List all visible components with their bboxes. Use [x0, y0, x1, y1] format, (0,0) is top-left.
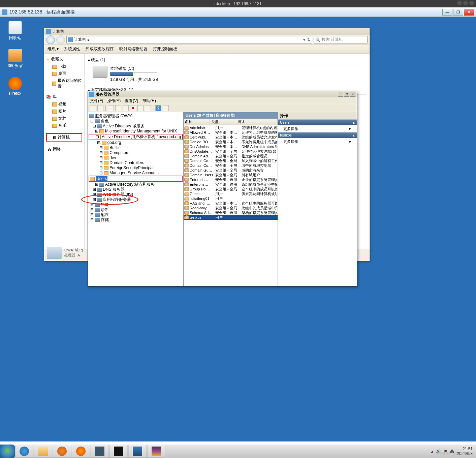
tb-fwd-icon[interactable]: [97, 105, 103, 111]
list-row[interactable]: Domain Gu…安全组 - 全局域的所有来宾: [184, 168, 278, 173]
desktop-icon-360zip[interactable]: 360压缩: [3, 49, 27, 69]
list-row[interactable]: Enterpris…安全组 - 通用企业的指定系统管理员: [184, 177, 278, 182]
clock[interactable]: 21:51 2024/6/8: [457, 447, 473, 456]
tree-adss[interactable]: ⊞ Active Directory 站点和服务: [89, 182, 183, 187]
list-row[interactable]: Domain Users安全组 - 全局所有域用户: [184, 173, 278, 177]
host-min-icon[interactable]: [457, 1, 462, 5]
toolbar-sysprops[interactable]: 系统属性: [64, 46, 80, 52]
task-firefox[interactable]: [72, 445, 90, 458]
toolbar-mapdrive[interactable]: 映射网络驱动器: [119, 46, 148, 52]
list-row[interactable]: Read-only…安全组 - 全局此组中的成员是域中只…: [184, 206, 278, 210]
tree-users[interactable]: Users: [89, 176, 183, 182]
sidebar-item-recent[interactable]: 最近访问的位置: [46, 77, 82, 90]
sidebar-item-documents[interactable]: 文档: [46, 115, 82, 122]
rdp-max-button[interactable]: ❐: [453, 9, 463, 16]
dropdown-icon[interactable]: ▾: [303, 37, 305, 42]
flag-icon[interactable]: ⚑: [444, 449, 447, 454]
tb-filter-icon[interactable]: [163, 105, 169, 111]
tree-computers[interactable]: ⊞ Computers: [89, 150, 183, 155]
tree-aduc[interactable]: ⊟ Active Directory 用户和计算机 [ owa.god.org …: [89, 134, 183, 140]
tray-up-icon[interactable]: ▴: [431, 449, 433, 454]
tree-dc[interactable]: ⊞ Domain Controllers: [89, 160, 183, 165]
volume-icon[interactable]: 🔊: [436, 449, 441, 454]
tree-roles[interactable]: ⊟ 角色: [89, 119, 183, 124]
tb-delete-icon[interactable]: ✕: [130, 105, 136, 111]
sm-max-button[interactable]: □: [344, 92, 349, 97]
tb-export-icon[interactable]: [145, 105, 151, 111]
tb-cut-icon[interactable]: [123, 105, 129, 111]
rdp-min-button[interactable]: —: [442, 9, 452, 16]
tree-iis[interactable]: ⊞ Web 服务器 (IIS): [89, 192, 183, 197]
address-bar[interactable]: 计算机 ▸ ▾ ↻: [66, 36, 312, 43]
tree-dev[interactable]: ⊞ dev: [89, 155, 183, 160]
sidebar-item-desktop[interactable]: 桌面: [46, 70, 82, 77]
tree-config[interactable]: ⊞ 配置: [89, 212, 183, 217]
list-row[interactable]: liukaifeng01用户: [184, 196, 278, 201]
actions-section-testkbs[interactable]: testkbs▴: [278, 132, 357, 138]
host-max-icon[interactable]: [463, 1, 468, 5]
drives-header[interactable]: ▴ 硬盘 (1): [88, 56, 366, 64]
sm-tree[interactable]: 服务器管理器 (OWA) ⊟ 角色 ⊟ Active Directory 域服务…: [88, 112, 184, 286]
task-ie[interactable]: [15, 445, 33, 458]
sm-min-button[interactable]: _: [338, 92, 343, 97]
task-explorer[interactable]: [34, 445, 52, 458]
list-row[interactable]: Domain Ad…安全组 - 全局指定的域管理员: [184, 154, 278, 158]
tree-msa[interactable]: ⊞ Managed Service Accounts: [89, 171, 183, 176]
list-row[interactable]: Guest用户供来宾访问计算机或访…: [184, 191, 278, 196]
tree-mim[interactable]: ⊞ Microsoft Identity Management for UNIX: [89, 129, 183, 134]
list-row[interactable]: Domain Co…安全组 - 全局域中所有域控制器: [184, 163, 278, 168]
explorer-titlebar[interactable]: 计算机: [44, 28, 370, 35]
col-desc[interactable]: 描述: [236, 119, 278, 125]
list-row[interactable]: RAS and I…安全组 - 本…这个组中的服务器可以…: [184, 201, 278, 206]
list-body[interactable]: Administr…用户管理计算机(域)的内置…Allowed R…安全组 - …: [184, 125, 278, 286]
col-name[interactable]: 名称: [184, 119, 210, 125]
menu-view[interactable]: 查看(V): [125, 98, 138, 103]
toolbar-uninstall[interactable]: 卸载或更改程序: [86, 46, 114, 52]
list-row[interactable]: DnsUpdate…安全组 - 全局允许替其他客户端(如 …: [184, 149, 278, 154]
list-row[interactable]: Allowed R…安全组 - 本…允许将此组中成员的密…: [184, 130, 278, 135]
tree-diag[interactable]: ⊞ 诊断: [89, 207, 183, 212]
rdp-close-button[interactable]: ✕: [464, 9, 474, 16]
tree-fsp[interactable]: ⊞ ForeignSecurityPrincipals: [89, 165, 183, 171]
list-row[interactable]: Group Pol…安全组 - 全局这个组中的成员可以修…: [184, 187, 278, 191]
list-row[interactable]: Schema Ad…安全组 - 通用架构的指定系统管理员: [184, 210, 278, 215]
list-row[interactable]: testkbs用户: [184, 215, 278, 220]
list-row[interactable]: Administr…用户管理计算机(域)的内置…: [184, 125, 278, 130]
drive-c[interactable]: 本地磁盘 (C:) 12.9 GB 可用，共 24.9 GB: [93, 66, 366, 83]
menu-help[interactable]: 帮助(H): [142, 98, 156, 103]
task-wmp[interactable]: [53, 445, 71, 458]
sidebar-item-computer[interactable]: 🖥计算机: [46, 133, 82, 142]
tb-up-icon[interactable]: [108, 105, 114, 111]
sidebar-item-network[interactable]: 🖧网络: [46, 146, 82, 153]
tree-builtin[interactable]: ⊞ Builtin: [89, 145, 183, 150]
tree-storage[interactable]: ⊞ 存储: [89, 217, 183, 222]
desktop-icon-firefox[interactable]: Firefox: [3, 77, 27, 96]
chevron-right-icon[interactable]: ▸: [88, 37, 90, 42]
tree-features[interactable]: ⊞ 功能: [89, 202, 183, 207]
network-icon[interactable]: 🖧: [450, 449, 454, 454]
menu-file[interactable]: 文件(F): [90, 98, 103, 103]
actions-section-users[interactable]: Users▴: [278, 120, 357, 125]
toolbar-organize[interactable]: 组织 ▾: [47, 46, 59, 52]
desktop-icon-recycle[interactable]: 回收站: [3, 21, 27, 41]
host-close-icon[interactable]: [469, 1, 474, 5]
menu-action[interactable]: 操作(A): [107, 98, 121, 103]
actions-more-users[interactable]: 更多操作▸: [278, 125, 357, 132]
list-row[interactable]: Domain Co…安全组 - 全局加入到域中的所有工作…: [184, 158, 278, 163]
list-row[interactable]: Cert Publ…安全组 - 本…此组的成员被允许发布…: [184, 135, 278, 140]
tb-help-icon[interactable]: ?: [155, 105, 161, 111]
sidebar-item-pictures[interactable]: 图片: [46, 108, 82, 115]
start-button[interactable]: [0, 445, 15, 458]
tree-app[interactable]: ⊞ 应用程序服务器: [89, 197, 183, 202]
list-row[interactable]: DnsAdmins安全组 - 本…DNS Administrators 组: [184, 144, 278, 149]
tb-refresh-icon[interactable]: [137, 105, 144, 111]
system-tray[interactable]: ▴ 🔊 ⚑ 🖧 21:51 2024/6/8: [428, 447, 476, 456]
sm-titlebar[interactable]: 服务器管理器 _ □ ×: [88, 91, 357, 97]
tb-back-icon[interactable]: [90, 105, 96, 111]
sidebar-item-videos[interactable]: 视频: [46, 101, 82, 108]
task-notepad[interactable]: [91, 445, 109, 458]
sidebar-item-music[interactable]: 音乐: [46, 122, 82, 129]
sm-close-button[interactable]: ×: [350, 92, 355, 97]
list-row[interactable]: Denied RO…安全组 - 本…不允许将此组中成员的…: [184, 140, 278, 144]
task-cmd[interactable]: [109, 445, 128, 458]
